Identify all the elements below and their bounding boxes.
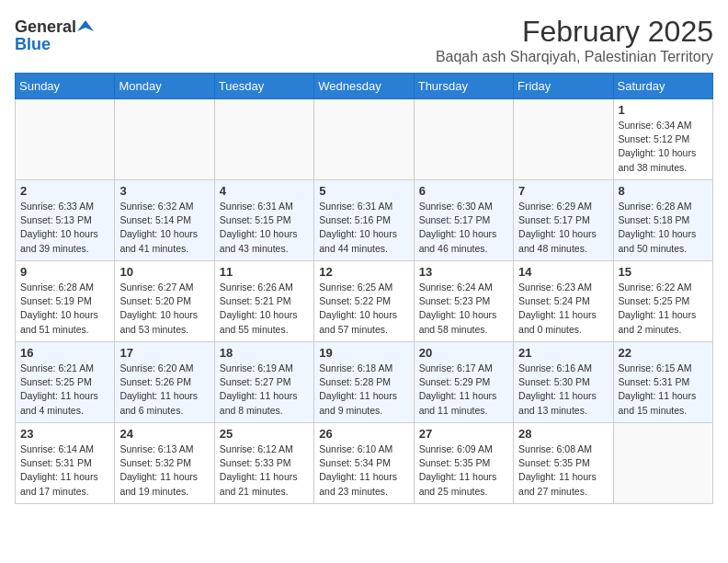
logo-bird-icon — [77, 18, 94, 35]
weekday-header-sunday: Sunday — [16, 74, 115, 99]
day-number: 14 — [518, 265, 608, 279]
day-number: 15 — [619, 265, 708, 279]
day-info: Sunrise: 6:20 AM Sunset: 5:26 PM Dayligh… — [119, 362, 209, 418]
day-info: Sunrise: 6:32 AM Sunset: 5:14 PM Dayligh… — [119, 200, 209, 256]
calendar-cell: 24Sunrise: 6:13 AM Sunset: 5:32 PM Dayli… — [115, 423, 214, 504]
calendar-week-1: 1Sunrise: 6:34 AM Sunset: 5:12 PM Daylig… — [16, 99, 713, 180]
calendar-cell: 18Sunrise: 6:19 AM Sunset: 5:27 PM Dayli… — [214, 342, 313, 423]
calendar-cell: 9Sunrise: 6:28 AM Sunset: 5:19 PM Daylig… — [16, 261, 115, 342]
calendar-cell: 4Sunrise: 6:31 AM Sunset: 5:15 PM Daylig… — [214, 180, 313, 261]
day-number: 11 — [220, 265, 309, 279]
day-number: 24 — [119, 427, 209, 441]
calendar-cell: 13Sunrise: 6:24 AM Sunset: 5:23 PM Dayli… — [414, 261, 513, 342]
calendar-cell: 12Sunrise: 6:25 AM Sunset: 5:22 PM Dayli… — [314, 261, 414, 342]
calendar-week-3: 9Sunrise: 6:28 AM Sunset: 5:19 PM Daylig… — [16, 261, 713, 342]
day-number: 7 — [518, 184, 608, 198]
calendar-cell — [314, 99, 414, 180]
day-info: Sunrise: 6:09 AM Sunset: 5:35 PM Dayligh… — [419, 442, 508, 499]
logo-general: General — [15, 18, 76, 35]
calendar-cell: 6Sunrise: 6:30 AM Sunset: 5:17 PM Daylig… — [414, 180, 513, 261]
calendar-cell — [16, 99, 115, 180]
calendar-week-4: 16Sunrise: 6:21 AM Sunset: 5:25 PM Dayli… — [16, 342, 713, 423]
day-info: Sunrise: 6:30 AM Sunset: 5:17 PM Dayligh… — [419, 200, 508, 256]
weekday-header-wednesday: Wednesday — [314, 74, 414, 99]
day-number: 23 — [20, 427, 109, 441]
calendar-cell: 27Sunrise: 6:09 AM Sunset: 5:35 PM Dayli… — [414, 423, 513, 504]
weekday-header-tuesday: Tuesday — [214, 74, 313, 99]
logo-blue-text: Blue — [15, 35, 51, 54]
day-number: 27 — [419, 427, 508, 441]
day-number: 6 — [419, 184, 508, 198]
day-info: Sunrise: 6:23 AM Sunset: 5:24 PM Dayligh… — [518, 281, 608, 337]
day-info: Sunrise: 6:22 AM Sunset: 5:25 PM Dayligh… — [619, 281, 708, 337]
day-number: 20 — [419, 346, 508, 360]
day-info: Sunrise: 6:27 AM Sunset: 5:20 PM Dayligh… — [119, 281, 209, 337]
day-number: 16 — [20, 346, 109, 360]
day-number: 8 — [619, 184, 708, 198]
logo: General Blue — [15, 18, 94, 54]
calendar-cell: 28Sunrise: 6:08 AM Sunset: 5:35 PM Dayli… — [514, 423, 613, 504]
day-number: 5 — [319, 184, 408, 198]
svg-marker-0 — [77, 20, 94, 31]
day-number: 26 — [319, 427, 408, 441]
calendar-cell — [214, 99, 313, 180]
page-header: General Blue February 2025 Baqah ash Sha… — [15, 15, 713, 65]
calendar-cell — [414, 99, 513, 180]
day-number: 3 — [119, 184, 209, 198]
calendar-cell: 15Sunrise: 6:22 AM Sunset: 5:25 PM Dayli… — [613, 261, 712, 342]
calendar-cell: 10Sunrise: 6:27 AM Sunset: 5:20 PM Dayli… — [115, 261, 214, 342]
calendar-cell: 7Sunrise: 6:29 AM Sunset: 5:17 PM Daylig… — [514, 180, 613, 261]
calendar-cell: 20Sunrise: 6:17 AM Sunset: 5:29 PM Dayli… — [414, 342, 513, 423]
day-info: Sunrise: 6:31 AM Sunset: 5:16 PM Dayligh… — [319, 200, 408, 256]
calendar-cell — [613, 423, 712, 504]
day-info: Sunrise: 6:33 AM Sunset: 5:13 PM Dayligh… — [20, 200, 109, 256]
day-info: Sunrise: 6:25 AM Sunset: 5:22 PM Dayligh… — [319, 281, 408, 337]
location: Baqah ash Sharqiyah, Palestinian Territo… — [436, 49, 713, 65]
calendar-cell: 3Sunrise: 6:32 AM Sunset: 5:14 PM Daylig… — [115, 180, 214, 261]
calendar-cell — [115, 99, 214, 180]
weekday-header-monday: Monday — [115, 74, 214, 99]
calendar-cell: 16Sunrise: 6:21 AM Sunset: 5:25 PM Dayli… — [16, 342, 115, 423]
day-info: Sunrise: 6:26 AM Sunset: 5:21 PM Dayligh… — [220, 281, 309, 337]
calendar-cell: 14Sunrise: 6:23 AM Sunset: 5:24 PM Dayli… — [514, 261, 613, 342]
weekday-header-friday: Friday — [514, 74, 613, 99]
day-info: Sunrise: 6:14 AM Sunset: 5:31 PM Dayligh… — [20, 442, 109, 499]
day-number: 25 — [220, 427, 309, 441]
day-number: 19 — [319, 346, 408, 360]
calendar-cell: 19Sunrise: 6:18 AM Sunset: 5:28 PM Dayli… — [314, 342, 414, 423]
day-number: 18 — [220, 346, 309, 360]
calendar-cell: 26Sunrise: 6:10 AM Sunset: 5:34 PM Dayli… — [314, 423, 414, 504]
calendar-week-2: 2Sunrise: 6:33 AM Sunset: 5:13 PM Daylig… — [16, 180, 713, 261]
day-number: 9 — [20, 265, 109, 279]
day-info: Sunrise: 6:08 AM Sunset: 5:35 PM Dayligh… — [518, 442, 608, 499]
day-number: 10 — [119, 265, 209, 279]
day-number: 12 — [319, 265, 408, 279]
day-number: 17 — [119, 346, 209, 360]
day-number: 2 — [20, 184, 109, 198]
month-year: February 2025 — [436, 15, 713, 49]
day-info: Sunrise: 6:13 AM Sunset: 5:32 PM Dayligh… — [119, 442, 209, 499]
day-number: 22 — [619, 346, 708, 360]
day-number: 13 — [419, 265, 508, 279]
day-info: Sunrise: 6:10 AM Sunset: 5:34 PM Dayligh… — [319, 442, 408, 499]
day-info: Sunrise: 6:29 AM Sunset: 5:17 PM Dayligh… — [518, 200, 608, 256]
day-number: 21 — [518, 346, 608, 360]
weekday-header-row: SundayMondayTuesdayWednesdayThursdayFrid… — [16, 74, 713, 99]
calendar-cell: 25Sunrise: 6:12 AM Sunset: 5:33 PM Dayli… — [214, 423, 313, 504]
day-info: Sunrise: 6:18 AM Sunset: 5:28 PM Dayligh… — [319, 362, 408, 418]
day-number: 28 — [518, 427, 608, 441]
day-info: Sunrise: 6:21 AM Sunset: 5:25 PM Dayligh… — [20, 362, 109, 418]
calendar-table: SundayMondayTuesdayWednesdayThursdayFrid… — [15, 73, 713, 504]
calendar-cell: 21Sunrise: 6:16 AM Sunset: 5:30 PM Dayli… — [514, 342, 613, 423]
day-info: Sunrise: 6:24 AM Sunset: 5:23 PM Dayligh… — [419, 281, 508, 337]
title-block: February 2025 Baqah ash Sharqiyah, Pales… — [436, 15, 713, 65]
calendar-cell: 23Sunrise: 6:14 AM Sunset: 5:31 PM Dayli… — [16, 423, 115, 504]
calendar-cell: 1Sunrise: 6:34 AM Sunset: 5:12 PM Daylig… — [613, 99, 712, 180]
calendar-cell: 11Sunrise: 6:26 AM Sunset: 5:21 PM Dayli… — [214, 261, 313, 342]
calendar-week-5: 23Sunrise: 6:14 AM Sunset: 5:31 PM Dayli… — [16, 423, 713, 504]
day-info: Sunrise: 6:17 AM Sunset: 5:29 PM Dayligh… — [419, 362, 508, 418]
calendar-cell: 5Sunrise: 6:31 AM Sunset: 5:16 PM Daylig… — [314, 180, 414, 261]
day-info: Sunrise: 6:19 AM Sunset: 5:27 PM Dayligh… — [220, 362, 309, 418]
day-info: Sunrise: 6:28 AM Sunset: 5:19 PM Dayligh… — [20, 281, 109, 337]
calendar-cell: 22Sunrise: 6:15 AM Sunset: 5:31 PM Dayli… — [613, 342, 712, 423]
